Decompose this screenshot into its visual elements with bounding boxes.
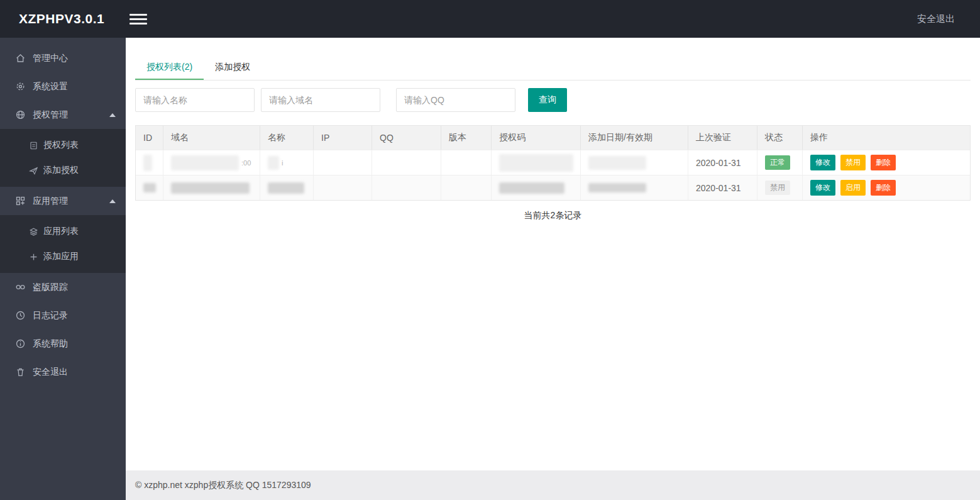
sidebar-item-app-management[interactable]: 应用管理: [0, 187, 126, 215]
top-header: XZPHPV3.0.1 安全退出: [0, 0, 980, 38]
sidebar-item-log-records[interactable]: 日志记录: [0, 301, 126, 330]
globe-icon: [15, 109, 26, 120]
sidebar-item-add-app[interactable]: 添加应用: [0, 244, 126, 269]
copyright-text: © xzphp.net xzphp授权系统 QQ 1517293109: [135, 480, 311, 491]
col-header-status: 状态: [757, 126, 803, 150]
infinity-icon: [15, 282, 26, 292]
cell-status: 正常: [757, 150, 803, 175]
cell-domain-redacted: [163, 175, 260, 200]
cell-id: [136, 175, 163, 200]
plus-icon: [29, 252, 38, 262]
cell-date-redacted: [581, 150, 688, 175]
status-badge: 正常: [765, 155, 790, 170]
table-header-row: ID 域名 名称 IP QQ 版本 授权码 添加日期/有效期 上次验证 状态 操…: [136, 126, 970, 150]
chevron-up-icon: [109, 113, 116, 117]
sidebar-item-label: 添加应用: [43, 251, 79, 262]
col-header-name: 名称: [260, 126, 314, 150]
sidebar-item-auth-management[interactable]: 授权管理: [0, 101, 126, 129]
sidebar-item-label: 系统设置: [33, 81, 68, 92]
auth-submenu: 授权列表 添加授权: [0, 129, 126, 187]
sidebar-item-system-help[interactable]: 系统帮助: [0, 330, 126, 358]
sidebar-item-system-settings[interactable]: 系统设置: [0, 72, 126, 101]
sidebar: 管理中心 系统设置 授权管理 授权列表: [0, 38, 126, 500]
logout-link[interactable]: 安全退出: [917, 13, 955, 25]
cell-last-verified: 2020-01-31: [688, 150, 757, 175]
sidebar-item-label: 盗版跟踪: [33, 282, 68, 293]
cell-version: [441, 150, 492, 175]
cell-authcode-redacted: [492, 150, 581, 175]
cell-id: [136, 150, 163, 175]
cell-version: [441, 175, 492, 200]
sidebar-item-label: 授权管理: [33, 109, 68, 121]
auth-table: ID 域名 名称 IP QQ 版本 授权码 添加日期/有效期 上次验证 状态 操…: [135, 125, 971, 201]
app-logo: XZPHPV3.0.1: [0, 11, 126, 26]
doc-list-icon: [29, 141, 38, 150]
cell-authcode-redacted: [492, 175, 581, 200]
edit-button[interactable]: 修改: [810, 155, 835, 170]
sidebar-item-label: 添加授权: [43, 165, 79, 176]
delete-button[interactable]: 删除: [871, 155, 896, 170]
delete-button[interactable]: 删除: [871, 180, 896, 196]
send-icon: [29, 166, 38, 175]
trash-icon: [15, 367, 26, 377]
redacted-fragment: i: [282, 159, 283, 167]
enable-button[interactable]: 启用: [840, 180, 866, 196]
col-header-lastverify: 上次验证: [688, 126, 757, 150]
home-icon: [15, 53, 26, 64]
edit-button[interactable]: 修改: [810, 180, 835, 196]
record-count-text: 当前共2条记录: [126, 210, 980, 221]
cell-date-redacted: [581, 175, 688, 200]
layers-icon: [29, 227, 38, 236]
cell-ip: [314, 175, 372, 200]
sidebar-item-admin-center[interactable]: 管理中心: [0, 44, 126, 72]
grid-icon: [15, 196, 26, 206]
sidebar-item-label: 应用管理: [33, 196, 68, 207]
cell-name-redacted: [260, 175, 314, 200]
col-header-ip: IP: [314, 126, 372, 150]
col-header-authcode: 授权码: [492, 126, 581, 150]
domain-search-input[interactable]: [261, 88, 380, 112]
sidebar-item-label: 应用列表: [43, 226, 79, 237]
cell-qq: [372, 175, 441, 200]
sidebar-item-label: 管理中心: [33, 53, 68, 64]
footer: © xzphp.net xzphp授权系统 QQ 1517293109: [126, 470, 980, 500]
cell-name-redacted: i: [260, 150, 314, 175]
col-header-date: 添加日期/有效期: [581, 126, 688, 150]
clock-icon: [15, 310, 26, 321]
cell-ip: [314, 150, 372, 175]
tab-bar: 授权列表(2) 添加授权: [135, 55, 971, 81]
info-icon: [15, 338, 26, 349]
sidebar-item-auth-list[interactable]: 授权列表: [0, 133, 126, 158]
tab-auth-list[interactable]: 授权列表(2): [135, 55, 204, 80]
col-header-id: ID: [136, 126, 163, 150]
qq-search-input[interactable]: [396, 88, 515, 112]
disable-button[interactable]: 禁用: [840, 155, 866, 170]
sidebar-item-logout[interactable]: 安全退出: [0, 358, 126, 386]
table-row: :00 i 2020-01-31 正常: [136, 150, 970, 175]
col-header-version: 版本: [441, 126, 492, 150]
sidebar-item-label: 日志记录: [33, 310, 68, 321]
main-content: 授权列表(2) 添加授权 查询 ID 域名 名称 IP QQ 版本 授权码: [126, 38, 980, 470]
hamburger-menu-icon[interactable]: [129, 11, 147, 27]
sidebar-item-label: 安全退出: [33, 367, 68, 378]
sidebar-item-add-auth[interactable]: 添加授权: [0, 158, 126, 183]
sidebar-item-label: 系统帮助: [33, 338, 68, 350]
redacted-fragment: :00: [241, 159, 251, 167]
cell-domain-redacted: :00: [163, 150, 260, 175]
gear-icon: [15, 81, 26, 92]
name-search-input[interactable]: [135, 88, 255, 112]
sidebar-item-piracy-tracking[interactable]: 盗版跟踪: [0, 273, 126, 301]
col-header-qq: QQ: [372, 126, 441, 150]
cell-status: 禁用: [757, 175, 803, 200]
status-badge: 禁用: [765, 181, 790, 195]
cell-actions: 修改 启用 删除: [803, 175, 970, 200]
app-submenu: 应用列表 添加应用: [0, 215, 126, 273]
query-button[interactable]: 查询: [528, 88, 567, 112]
cell-last-verified: 2020-01-31: [688, 175, 757, 200]
col-header-domain: 域名: [163, 126, 260, 150]
chevron-up-icon: [109, 199, 116, 203]
tab-add-auth[interactable]: 添加授权: [204, 55, 262, 80]
sidebar-item-app-list[interactable]: 应用列表: [0, 219, 126, 244]
sidebar-item-label: 授权列表: [43, 140, 79, 151]
col-header-actions: 操作: [803, 126, 970, 150]
